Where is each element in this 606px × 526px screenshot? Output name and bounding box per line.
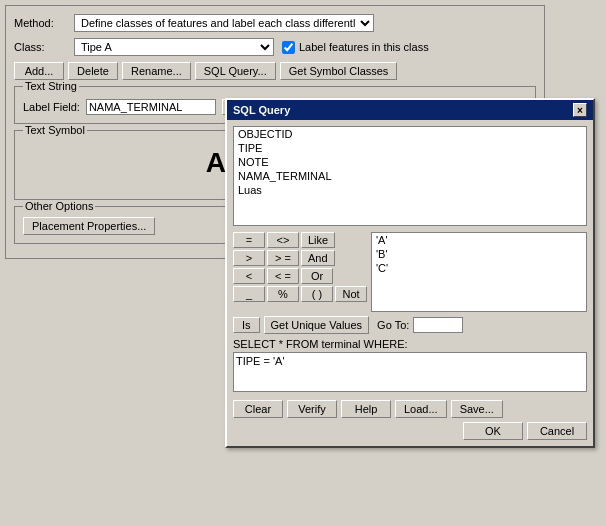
field-item-nama-terminal[interactable]: NAMA_TERMINAL	[234, 169, 586, 183]
op-equals[interactable]: =	[233, 232, 265, 248]
cancel-button[interactable]: Cancel	[527, 422, 587, 440]
field-item-luas[interactable]: Luas	[234, 183, 586, 197]
other-options-title: Other Options	[23, 200, 95, 212]
verify-button[interactable]: Verify	[287, 400, 337, 418]
field-item-note[interactable]: NOTE	[234, 155, 586, 169]
op-lessequal[interactable]: < =	[267, 268, 299, 284]
label-checkbox[interactable]	[282, 41, 295, 54]
select-from-label: SELECT * FROM terminal WHERE:	[233, 338, 587, 350]
op-less[interactable]: <	[233, 268, 265, 284]
text-string-title: Text String	[23, 80, 79, 92]
class-dropdown[interactable]: Tipe A	[74, 38, 274, 56]
is-button[interactable]: Is	[233, 317, 260, 333]
load-button[interactable]: Load...	[395, 400, 447, 418]
sql-query-button[interactable]: SQL Query...	[195, 62, 276, 80]
ok-button[interactable]: OK	[463, 422, 523, 440]
dialog-titlebar: SQL Query ×	[227, 100, 593, 120]
label-field-label: Label Field:	[23, 101, 80, 113]
dialog-ok-cancel-row: OK Cancel	[233, 422, 587, 440]
values-list[interactable]: 'A' 'B' 'C'	[371, 232, 587, 312]
unique-row: Is Get Unique Values Go To:	[233, 316, 587, 334]
clear-button[interactable]: Clear	[233, 400, 283, 418]
add-button[interactable]: Add...	[14, 62, 64, 80]
text-symbol-title: Text Symbol	[23, 124, 87, 136]
sql-query-dialog: SQL Query × OBJECTID TIPE NOTE NAMA_TERM…	[225, 98, 595, 448]
main-button-row: Add... Delete Rename... SQL Query... Get…	[14, 62, 536, 80]
method-row: Method: Define classes of features and l…	[14, 14, 536, 32]
op-like[interactable]: Like	[301, 232, 335, 248]
dialog-body: OBJECTID TIPE NOTE NAMA_TERMINAL Luas = …	[227, 120, 593, 446]
dialog-action-buttons: Clear Verify Help Load... Save...	[233, 400, 587, 418]
op-greaterequal[interactable]: > =	[267, 250, 299, 266]
label-checkbox-label[interactable]: Label features in this class	[282, 41, 429, 54]
field-item-objectid[interactable]: OBJECTID	[234, 127, 586, 141]
op-greater[interactable]: >	[233, 250, 265, 266]
value-item-b[interactable]: 'B'	[372, 247, 586, 261]
op-and[interactable]: And	[301, 250, 335, 266]
op-notequal[interactable]: <>	[267, 232, 299, 248]
get-symbol-classes-button[interactable]: Get Symbol Classes	[280, 62, 398, 80]
fields-list[interactable]: OBJECTID TIPE NOTE NAMA_TERMINAL Luas	[233, 126, 587, 226]
op-not[interactable]: Not	[335, 286, 367, 302]
label-field-input[interactable]	[86, 99, 216, 115]
goto-input[interactable]	[413, 317, 463, 333]
get-unique-values-button[interactable]: Get Unique Values	[264, 316, 370, 334]
sql-textarea[interactable]: TIPE = 'A'	[233, 352, 587, 392]
operators-values-row: = <> Like > > = And < < = Or _ % (	[233, 232, 587, 312]
rename-button[interactable]: Rename...	[122, 62, 191, 80]
op-parens[interactable]: ( )	[301, 286, 333, 302]
delete-button[interactable]: Delete	[68, 62, 118, 80]
operators-col: = <> Like > > = And < < = Or _ % (	[233, 232, 367, 302]
method-label: Method:	[14, 17, 74, 29]
help-button[interactable]: Help	[341, 400, 391, 418]
save-button[interactable]: Save...	[451, 400, 503, 418]
field-item-tipe[interactable]: TIPE	[234, 141, 586, 155]
value-item-a[interactable]: 'A'	[372, 233, 586, 247]
op-percent[interactable]: %	[267, 286, 299, 302]
goto-label: Go To:	[377, 319, 409, 331]
dialog-close-button[interactable]: ×	[573, 103, 587, 117]
dialog-title: SQL Query	[233, 104, 290, 116]
op-underscore[interactable]: _	[233, 286, 265, 302]
method-dropdown[interactable]: Define classes of features and label eac…	[74, 14, 374, 32]
class-row: Class: Tipe A Label features in this cla…	[14, 38, 536, 56]
placement-properties-button[interactable]: Placement Properties...	[23, 217, 155, 235]
op-or[interactable]: Or	[301, 268, 333, 284]
value-item-c[interactable]: 'C'	[372, 261, 586, 275]
class-label: Class:	[14, 41, 74, 53]
